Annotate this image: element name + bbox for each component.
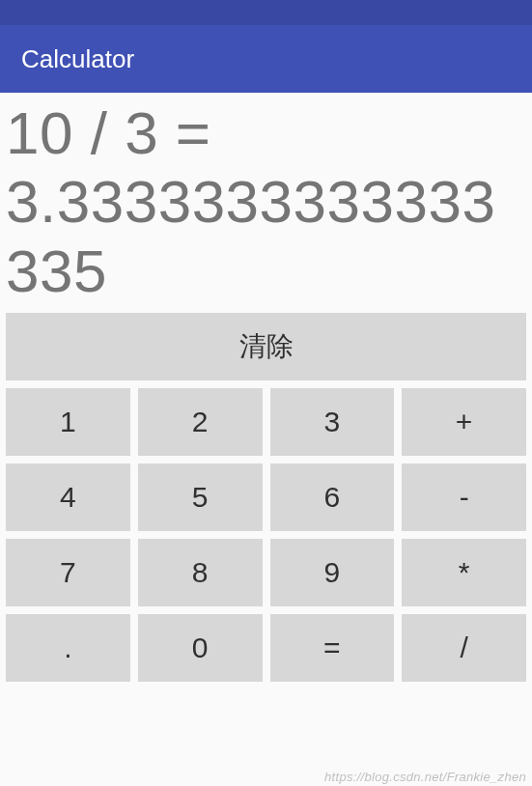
digit-0-button[interactable]: 0 — [138, 614, 263, 682]
watermark: https://blog.csdn.net/Frankie_zhen — [324, 770, 526, 784]
minus-button[interactable]: - — [402, 463, 526, 531]
digit-2-button[interactable]: 2 — [138, 388, 263, 456]
digit-9-button[interactable]: 9 — [270, 539, 395, 606]
keypad: 清除 1 2 3 + 4 5 6 - 7 8 9 * . 0 = / — [0, 313, 532, 682]
app-bar: Calculator — [0, 25, 532, 93]
divide-button[interactable]: / — [402, 614, 526, 682]
digit-3-button[interactable]: 3 — [270, 388, 395, 456]
digit-5-button[interactable]: 5 — [138, 463, 263, 531]
clear-button[interactable]: 清除 — [6, 313, 526, 380]
app-title: Calculator — [21, 44, 134, 74]
status-bar — [0, 0, 532, 25]
calculator-display: 10 / 3 = 3.3333333333333335 — [0, 93, 532, 313]
button-grid: 1 2 3 + 4 5 6 - 7 8 9 * . 0 = / — [6, 388, 526, 682]
digit-8-button[interactable]: 8 — [138, 539, 263, 606]
equals-button[interactable]: = — [270, 614, 395, 682]
digit-7-button[interactable]: 7 — [6, 539, 130, 606]
digit-6-button[interactable]: 6 — [270, 463, 395, 531]
digit-1-button[interactable]: 1 — [6, 388, 130, 456]
digit-4-button[interactable]: 4 — [6, 463, 130, 531]
decimal-button[interactable]: . — [6, 614, 130, 682]
plus-button[interactable]: + — [402, 388, 526, 456]
multiply-button[interactable]: * — [402, 539, 526, 606]
